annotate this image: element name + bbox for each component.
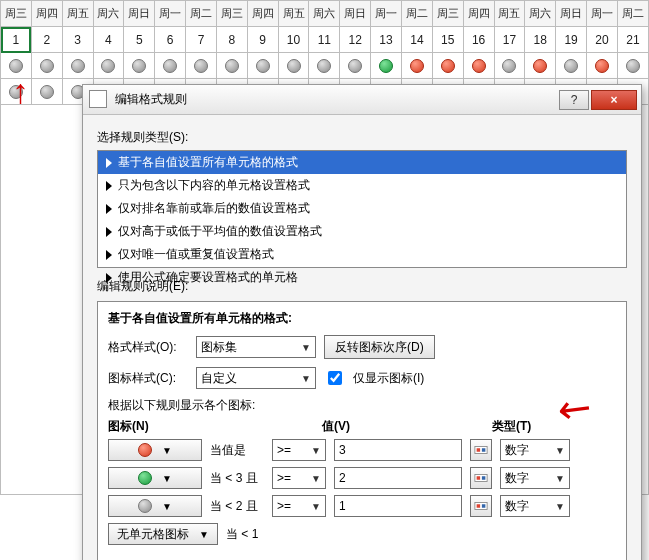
- status-cell[interactable]: [432, 53, 463, 79]
- day-cell[interactable]: 14: [401, 27, 432, 53]
- status-dot-icon: [256, 59, 270, 73]
- status-cell[interactable]: [247, 53, 278, 79]
- icon-picker[interactable]: ▼: [108, 439, 202, 461]
- day-cell[interactable]: 15: [432, 27, 463, 53]
- day-cell[interactable]: 6: [155, 27, 186, 53]
- day-cell[interactable]: 7: [186, 27, 217, 53]
- day-cell[interactable]: 12: [340, 27, 371, 53]
- day-cell[interactable]: 11: [309, 27, 340, 53]
- status-cell[interactable]: [186, 53, 217, 79]
- icon-picker[interactable]: ▼: [108, 467, 202, 489]
- rule-type-item[interactable]: 仅对高于或低于平均值的数值设置格式: [98, 220, 626, 243]
- status-cell[interactable]: [93, 53, 124, 79]
- status-cell[interactable]: [1, 53, 32, 79]
- status-cell[interactable]: [62, 53, 93, 79]
- status-cell[interactable]: [525, 53, 556, 79]
- day-cell[interactable]: 1: [1, 27, 32, 53]
- weekday-header: 周日: [124, 1, 155, 27]
- operator-select[interactable]: >=▼: [272, 467, 326, 489]
- operator-select[interactable]: >=▼: [272, 439, 326, 461]
- day-cell[interactable]: 8: [216, 27, 247, 53]
- operator-select[interactable]: >=▼: [272, 495, 326, 517]
- status-dot-icon: [502, 59, 516, 73]
- type-select[interactable]: 数字▼: [500, 439, 570, 461]
- icon-style-label: 图标样式(C):: [108, 370, 188, 387]
- icon-rule-row: ▼当 < 2 且>=▼数字▼: [108, 495, 616, 517]
- day-cell[interactable]: 3: [62, 27, 93, 53]
- weekday-header: 周日: [556, 1, 587, 27]
- weekday-header: 周六: [93, 1, 124, 27]
- svg-rect-2: [482, 448, 486, 452]
- day-cell[interactable]: 17: [494, 27, 525, 53]
- status-cell[interactable]: [309, 53, 340, 79]
- cell-reference-button[interactable]: [470, 467, 492, 489]
- condition-label: 当 < 1: [226, 526, 280, 543]
- day-cell[interactable]: 10: [278, 27, 309, 53]
- value-input[interactable]: [334, 439, 462, 461]
- value-input[interactable]: [334, 495, 462, 517]
- day-cell[interactable]: 19: [556, 27, 587, 53]
- type-select[interactable]: 数字▼: [500, 495, 570, 517]
- weekday-row: 周三周四周五周六周日周一周二周三周四周五周六周日周一周二周三周四周五周六周日周一…: [1, 1, 649, 27]
- status-dot-icon: [441, 59, 455, 73]
- status-cell[interactable]: [124, 53, 155, 79]
- dialog-titlebar[interactable]: 编辑格式规则 ? ×: [83, 85, 641, 115]
- rule-type-list[interactable]: 基于各自值设置所有单元格的格式只为包含以下内容的单元格设置格式仅对排名靠前或靠后…: [97, 150, 627, 268]
- type-select[interactable]: 数字▼: [500, 467, 570, 489]
- triangle-icon: [106, 181, 112, 191]
- status-cell[interactable]: [216, 53, 247, 79]
- rule-type-item[interactable]: 仅对排名靠前或靠后的数值设置格式: [98, 197, 626, 220]
- status-dot-icon: [348, 59, 362, 73]
- day-cell[interactable]: 9: [247, 27, 278, 53]
- status-cell[interactable]: [463, 53, 494, 79]
- reverse-icon-order-button[interactable]: 反转图标次序(D): [324, 335, 435, 359]
- show-icon-only-checkbox[interactable]: [328, 371, 342, 385]
- value-input[interactable]: [334, 467, 462, 489]
- status-cell[interactable]: [31, 53, 62, 79]
- col-type-header: 类型(T): [492, 418, 616, 435]
- format-style-select[interactable]: 图标集▼: [196, 336, 316, 358]
- status-cell[interactable]: [278, 53, 309, 79]
- cell-reference-button[interactable]: [470, 495, 492, 517]
- day-cell[interactable]: 18: [525, 27, 556, 53]
- status-dot-icon: [626, 59, 640, 73]
- status-cell[interactable]: [494, 53, 525, 79]
- triangle-icon: [106, 227, 112, 237]
- status-cell[interactable]: [556, 53, 587, 79]
- status-cell[interactable]: [31, 79, 62, 105]
- close-button[interactable]: ×: [591, 90, 637, 110]
- day-cell[interactable]: 20: [587, 27, 618, 53]
- status-cell[interactable]: [371, 53, 402, 79]
- rule-type-item[interactable]: 仅对唯一值或重复值设置格式: [98, 243, 626, 266]
- chevron-down-icon: ▼: [162, 501, 172, 512]
- cell-reference-button[interactable]: [470, 439, 492, 461]
- weekday-header: 周三: [1, 1, 32, 27]
- no-cell-icon-select[interactable]: 无单元格图标▼: [108, 523, 218, 545]
- day-cell[interactable]: 21: [617, 27, 648, 53]
- status-dot-icon: [564, 59, 578, 73]
- status-cell[interactable]: [617, 53, 648, 79]
- chevron-down-icon: ▼: [555, 445, 565, 456]
- chevron-down-icon: ▼: [311, 445, 321, 456]
- icon-style-select[interactable]: 自定义▼: [196, 367, 316, 389]
- rule-type-item[interactable]: 只为包含以下内容的单元格设置格式: [98, 174, 626, 197]
- status-cell[interactable]: [155, 53, 186, 79]
- dialog-title: 编辑格式规则: [115, 91, 557, 108]
- status-cell[interactable]: [587, 53, 618, 79]
- day-cell[interactable]: 5: [124, 27, 155, 53]
- chevron-down-icon: ▼: [311, 473, 321, 484]
- help-button[interactable]: ?: [559, 90, 589, 110]
- status-cell[interactable]: [340, 53, 371, 79]
- status-dot-icon: [9, 85, 23, 99]
- svg-rect-1: [477, 448, 481, 452]
- day-cell[interactable]: 2: [31, 27, 62, 53]
- rule-type-item[interactable]: 基于各自值设置所有单元格的格式: [98, 151, 626, 174]
- day-cell[interactable]: 13: [371, 27, 402, 53]
- col-icon-header: 图标(N): [108, 418, 322, 435]
- day-cell[interactable]: 4: [93, 27, 124, 53]
- icon-picker[interactable]: ▼: [108, 495, 202, 517]
- status-cell[interactable]: [1, 79, 32, 105]
- status-dot-icon: [71, 59, 85, 73]
- day-cell[interactable]: 16: [463, 27, 494, 53]
- status-cell[interactable]: [401, 53, 432, 79]
